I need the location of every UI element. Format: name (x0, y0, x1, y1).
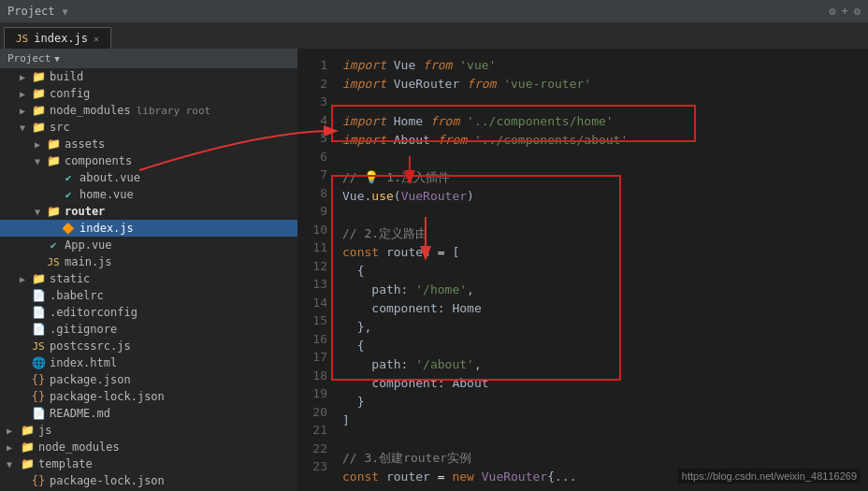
code-line-20: ] (342, 412, 868, 430)
sidebar-header: Project ▼ (0, 49, 297, 68)
sidebar-item-about-vue[interactable]: ✔ about.vue (0, 169, 297, 186)
sidebar-item-node-modules[interactable]: ▶ 📁 node_modules (0, 439, 297, 455)
item-label: .gitignore (50, 323, 117, 336)
folder-icon: 📁 (45, 154, 62, 167)
sidebar-item-main-js[interactable]: JS main.js (0, 253, 297, 270)
tab-close-icon[interactable]: ✕ (94, 34, 99, 44)
sidebar-item-babelrc[interactable]: 📄 .babelrc (0, 287, 297, 304)
item-label: assets (65, 137, 105, 151)
file-icon: 📄 (30, 306, 47, 319)
sidebar-item-js[interactable]: ▶ 📁 js (0, 422, 297, 439)
sidebar-item-template-package-lock[interactable]: {} package-lock.json (0, 472, 297, 489)
arrow-icon: ▶ (30, 139, 45, 150)
tab-bar: JS index.js ✕ (0, 22, 868, 49)
item-label: static (50, 272, 90, 285)
sidebar-item-app-vue[interactable]: ✔ App.vue (0, 237, 297, 253)
settings-icon[interactable]: ⚙ (854, 5, 861, 18)
code-line-6 (342, 150, 868, 168)
code-line-1: import Vue from 'vue' (342, 56, 868, 75)
main-content: Project ▼ ▶ 📁 build ▶ 📁 config ▶ 📁 node_… (0, 49, 868, 491)
code-line-17: path: '/about', (342, 355, 868, 374)
sidebar-item-readme[interactable]: 📄 README.md (0, 405, 297, 422)
folder-icon: 📁 (19, 440, 36, 454)
arrow-icon: ▼ (30, 156, 45, 166)
item-label: package-lock.json (50, 474, 165, 487)
code-line-22: // 3.创建router实例 (342, 449, 868, 468)
file-icon: 📄 (30, 323, 47, 336)
sidebar-arrow: ▼ (54, 54, 59, 64)
code-line-15: }, (342, 318, 868, 337)
code-line-14: component: Home (342, 299, 868, 318)
item-label: index.js (80, 222, 134, 235)
sidebar-item-build[interactable]: ▶ 📁 build (0, 68, 297, 85)
sidebar-item-assets[interactable]: ▶ 📁 assets (0, 136, 297, 152)
item-label: .babelrc (50, 289, 104, 302)
plus-icon[interactable]: + (842, 5, 848, 18)
js-icon: JS (45, 256, 62, 268)
title-bar: Project ▼ ⚙ + ⚙ (0, 0, 868, 22)
sidebar-item-index-js[interactable]: 🔶 index.js (0, 220, 297, 237)
sidebar-item-index-html[interactable]: 🌐 index.html (0, 354, 297, 371)
sidebar-item-src[interactable]: ▼ 📁 src (0, 119, 297, 136)
code-line-3 (342, 94, 868, 112)
watermark: https://blog.csdn.net/weixin_48116269 (678, 469, 861, 484)
item-label: about.vue (80, 171, 140, 184)
folder-icon: 📁 (30, 70, 47, 83)
code-line-19: } (342, 393, 868, 412)
sidebar-item-router[interactable]: ▼ 📁 router (0, 203, 297, 220)
vue-icon: ✔ (45, 239, 62, 252)
dropdown-icon: ▼ (63, 7, 68, 17)
item-label: js (38, 424, 51, 437)
item-label: template (38, 457, 93, 470)
js-icon: 🔶 (60, 223, 77, 235)
arrow-icon: ▶ (0, 442, 19, 453)
tab-icon: JS (16, 33, 28, 45)
arrow-icon: ▼ (0, 459, 19, 469)
item-label: index.html (50, 356, 117, 369)
folder-icon: 📁 (30, 87, 47, 100)
sidebar-item-config[interactable]: ▶ 📁 config (0, 85, 297, 102)
item-label: main.js (65, 255, 112, 268)
folder-icon: 📁 (19, 457, 36, 470)
item-label: node_modules (38, 440, 120, 454)
arrow-icon: ▶ (15, 274, 30, 284)
arrow-icon: ▶ (0, 426, 19, 436)
item-label: postcssrc.js (50, 339, 131, 353)
arrow-icon: ▼ (30, 207, 45, 217)
code-line-7: // 💡 1.注入插件 (342, 168, 868, 187)
arrow-icon: ▶ (15, 89, 30, 99)
arrow-icon: ▼ (15, 123, 30, 133)
code-line-9 (342, 206, 868, 224)
sidebar-item-package-lock-json[interactable]: {} package-lock.json (0, 388, 297, 405)
code-editor: 12345 678910 1112131415 1617181920 21222… (297, 49, 868, 491)
folder-icon: 📁 (19, 424, 36, 437)
code-line-5: import About from '../components/about' (342, 131, 868, 150)
sidebar-item-static[interactable]: ▶ 📁 static (0, 270, 297, 287)
file-icon: 📄 (30, 289, 47, 302)
sidebar-item-gitignore[interactable]: 📄 .gitignore (0, 321, 297, 338)
tab-index-js[interactable]: JS index.js ✕ (4, 27, 111, 49)
json-icon: {} (30, 390, 47, 403)
sidebar-item-postcssrc[interactable]: JS postcssrc.js (0, 338, 297, 354)
sidebar-item-editorconfig[interactable]: 📄 .editorconfig (0, 304, 297, 321)
sidebar-item-package-json[interactable]: {} package.json (0, 371, 297, 388)
arrow-icon: ▶ (15, 72, 30, 82)
sidebar-item-home-vue[interactable]: ✔ home.vue (0, 186, 297, 203)
sidebar-item-components[interactable]: ▼ 📁 components (0, 152, 297, 169)
folder-icon: 📁 (30, 272, 47, 285)
code-line-21 (342, 430, 868, 449)
sidebar-item-template[interactable]: ▼ 📁 template (0, 455, 297, 472)
code-lines: import Vue from 'vue' import VueRouter f… (335, 49, 868, 491)
gear-icon[interactable]: ⚙ (829, 5, 835, 18)
folder-icon: 📁 (30, 121, 47, 134)
arrow-icon: ▶ (15, 106, 30, 116)
sidebar-item-node-modules-root[interactable]: ▶ 📁 node_modules library root (0, 102, 297, 119)
sidebar-title: Project (7, 52, 51, 65)
item-label: router (65, 205, 105, 218)
html-icon: 🌐 (30, 356, 47, 369)
js-icon: JS (30, 340, 47, 353)
code-line-16: { (342, 337, 868, 355)
item-label: App.vue (65, 238, 112, 252)
item-label: src (50, 121, 70, 134)
title-bar-icons: ⚙ + ⚙ (829, 5, 861, 18)
